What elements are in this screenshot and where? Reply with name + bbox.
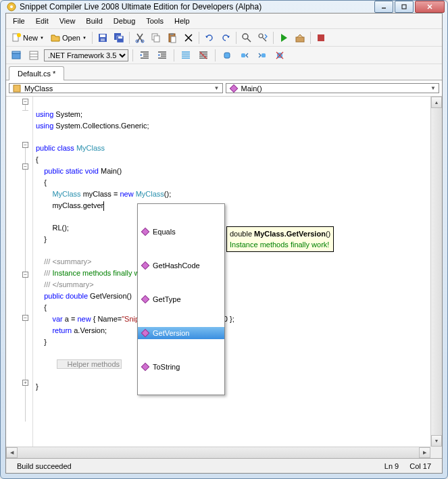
titlebar[interactable]: Snippet Compiler Live 2008 Ultimate Edit… (1, 1, 447, 13)
editor[interactable]: − − − − − + using System; using System.C… (6, 96, 442, 447)
menu-help[interactable]: Help (169, 16, 195, 26)
svg-point-1 (10, 5, 13, 8)
document-tabs: Default.cs * (6, 64, 442, 80)
class-icon (12, 84, 22, 93)
scroll-thumb[interactable] (18, 447, 419, 458)
copy-button[interactable] (149, 30, 164, 45)
close-button[interactable] (415, 1, 445, 13)
method-icon (141, 295, 150, 304)
dropdown-arrow-icon: ▼ (430, 85, 436, 91)
redo-button[interactable] (218, 30, 233, 45)
tab-default-cs[interactable]: Default.cs * (9, 66, 64, 80)
svg-rect-17 (170, 33, 174, 35)
dropdown-arrow-icon: ▼ (82, 30, 87, 45)
class-selector[interactable]: MyClass ▼ (9, 83, 223, 93)
intellisense-item-selected[interactable]: GetVersion (138, 327, 224, 339)
save-all-icon (114, 32, 124, 43)
uncomment-button[interactable] (196, 48, 211, 63)
open-button[interactable]: Open ▼ (48, 30, 89, 45)
scroll-right-button[interactable]: ▶ (419, 447, 430, 458)
save-button[interactable] (95, 30, 110, 45)
undo-icon (204, 32, 215, 43)
toolbar-separator (174, 49, 174, 61)
intellisense-item[interactable]: GetHashCode (138, 259, 224, 272)
indent-left-icon (139, 50, 150, 61)
paste-button[interactable] (165, 30, 180, 45)
vertical-scrollbar[interactable]: ▲ ▼ (430, 97, 442, 447)
minimize-button[interactable] (374, 1, 393, 13)
method-selector[interactable]: Main() ▼ (226, 83, 440, 93)
comment-icon (180, 50, 191, 61)
client-area: File Edit View Build Debug Tools Help Ne… (5, 13, 443, 474)
open-folder-icon (50, 32, 61, 43)
delete-button[interactable] (181, 30, 196, 45)
new-file-icon (11, 32, 22, 43)
bookmark-next-button[interactable] (255, 48, 270, 63)
stop-button[interactable] (314, 30, 328, 45)
method-label: Main() (241, 84, 262, 93)
stop-icon (316, 32, 326, 43)
redo-icon (220, 32, 231, 43)
method-icon (141, 227, 150, 236)
properties-button[interactable] (26, 48, 41, 63)
build-button[interactable] (293, 30, 307, 45)
menu-tools[interactable]: Tools (141, 16, 169, 26)
svg-point-21 (259, 34, 263, 38)
bookmark-prev-button[interactable] (237, 48, 252, 63)
svg-rect-7 (100, 34, 105, 37)
menu-debug[interactable]: Debug (108, 16, 141, 26)
horizontal-scrollbar[interactable]: ◀ ▶ (6, 447, 430, 458)
method-icon (141, 261, 150, 270)
status-line: Ln 9 (379, 462, 404, 470)
bookmark-clear-button[interactable] (272, 48, 287, 63)
menu-view[interactable]: View (54, 16, 81, 26)
svg-rect-29 (224, 53, 230, 58)
fold-toggle[interactable]: − (22, 163, 28, 170)
menu-build[interactable]: Build (80, 16, 107, 26)
play-icon (278, 32, 289, 43)
toolbar-separator (236, 32, 237, 44)
svg-rect-23 (318, 34, 324, 41)
intellisense-item[interactable]: Equals (138, 226, 224, 238)
fold-toggle[interactable]: − (22, 142, 28, 148)
fold-toggle[interactable]: − (22, 272, 28, 278)
code-area[interactable]: using System; using System.Collections.G… (33, 97, 430, 447)
fold-toggle[interactable]: + (22, 380, 28, 386)
new-button[interactable]: New ▼ (9, 30, 47, 45)
menu-edit[interactable]: Edit (30, 16, 54, 26)
maximize-button[interactable] (395, 1, 414, 13)
fold-toggle[interactable]: − (22, 315, 28, 321)
svg-rect-39 (141, 363, 149, 370)
run-button[interactable] (276, 30, 291, 45)
intellisense-item[interactable]: GetType (138, 293, 224, 305)
intellisense-popup[interactable]: Equals GetHashCode GetType GetVersion To… (137, 203, 225, 395)
svg-point-5 (17, 33, 21, 37)
bookmark-button[interactable] (220, 48, 234, 63)
framework-selector[interactable]: .NET Framework 3.5 (44, 49, 128, 61)
scroll-left-button[interactable]: ◀ (6, 447, 18, 458)
comment-button[interactable] (178, 48, 193, 63)
save-all-button[interactable] (111, 30, 126, 45)
undo-button[interactable] (202, 30, 217, 45)
indent-right-button[interactable] (155, 48, 170, 63)
collapsed-region[interactable]: Helper methods (57, 359, 122, 369)
method-icon (141, 328, 150, 338)
svg-rect-38 (141, 329, 149, 336)
fold-end (22, 110, 28, 111)
find-next-button[interactable] (255, 30, 270, 45)
svg-rect-3 (402, 5, 406, 9)
gutter: − − − − − + (6, 97, 33, 447)
toolbar-secondary: .NET Framework 3.5 (6, 46, 442, 64)
menu-file[interactable]: File (7, 16, 30, 26)
cut-button[interactable] (132, 30, 147, 45)
status-column: Col 17 (404, 462, 437, 470)
indent-left-button[interactable] (137, 48, 152, 63)
scroll-down-button[interactable]: ▼ (431, 435, 442, 447)
find-button[interactable] (239, 30, 254, 45)
scroll-thumb[interactable] (431, 108, 442, 435)
bookmark-clear-icon (274, 50, 285, 61)
fold-toggle[interactable]: − (22, 99, 28, 105)
intellisense-item[interactable]: ToString (138, 361, 224, 373)
toolbox-button[interactable] (9, 48, 24, 63)
scroll-up-button[interactable]: ▲ (431, 97, 442, 108)
